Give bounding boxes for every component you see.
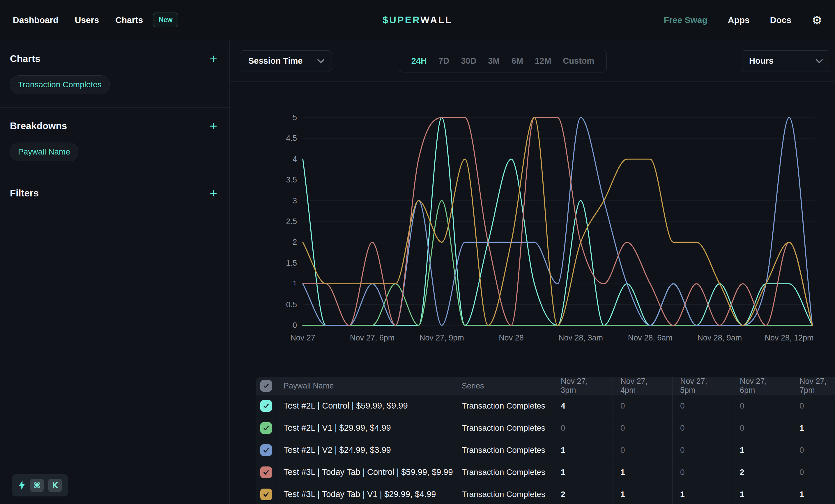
range-option-3m[interactable]: 3M bbox=[482, 56, 505, 66]
paywall-name: Test #2L | V2 | $24.99, $3.99 bbox=[284, 445, 391, 455]
nav-item-docs[interactable]: Docs bbox=[770, 15, 791, 25]
range-option-custom[interactable]: Custom bbox=[557, 56, 600, 66]
x-axis-tick: Nov 27, 9pm bbox=[420, 334, 464, 342]
range-option-6m[interactable]: 6M bbox=[506, 56, 529, 66]
sidebar-section-breakdowns: Breakdowns + Paywall Name bbox=[0, 108, 229, 175]
superwall-logo: $UPERWALL bbox=[383, 15, 452, 26]
cell-value: 0 bbox=[620, 401, 625, 411]
table-row: Test #3L | Today Tab | Control | $59.99,… bbox=[256, 461, 835, 483]
cell-value: 0 bbox=[680, 401, 685, 411]
cell-value: 1 bbox=[620, 468, 625, 477]
column-header: Nov 27, 3pm bbox=[561, 377, 605, 395]
cell-value: 1 bbox=[799, 423, 804, 433]
k-keycap: K bbox=[48, 479, 62, 492]
logo-accent: $UPER bbox=[383, 15, 421, 25]
cell-value: 1 bbox=[620, 490, 625, 499]
row-checkbox-4[interactable] bbox=[260, 488, 272, 500]
unit-select-value: Hours bbox=[749, 56, 774, 66]
x-axis-tick: Nov 27, 6pm bbox=[350, 334, 394, 342]
nav-left: Dashboard Users Charts New bbox=[13, 13, 178, 27]
range-option-12m[interactable]: 12M bbox=[529, 56, 557, 66]
charts-section-title: Charts bbox=[10, 53, 40, 64]
column-header: Nov 27, 5pm bbox=[680, 377, 725, 395]
nav-item-charts[interactable]: Charts bbox=[115, 15, 143, 25]
series-name: Transaction Completes bbox=[462, 468, 545, 477]
cell-value: 2 bbox=[561, 490, 565, 499]
filters-section-title: Filters bbox=[10, 188, 39, 199]
chip-paywall-name[interactable]: Paywall Name bbox=[10, 143, 78, 161]
column-header: Nov 27, 4pm bbox=[620, 377, 665, 395]
superwall-dashboard: Dashboard Users Charts New $UPERWALL Fre… bbox=[0, 0, 835, 504]
y-axis-tick: 2.5 bbox=[286, 217, 297, 226]
paywall-name: Test #2L | V1 | $29.99, $4.99 bbox=[284, 423, 391, 433]
table-header-row: Paywall NameSeriesNov 27, 3pmNov 27, 4pm… bbox=[256, 377, 835, 395]
y-axis-tick: 2 bbox=[292, 238, 297, 247]
paywall-name: Test #2L | Control | $59.99, $9.99 bbox=[284, 401, 408, 411]
column-header: Paywall Name bbox=[284, 381, 334, 391]
row-checkbox-2[interactable] bbox=[260, 444, 272, 456]
series-name: Transaction Completes bbox=[462, 423, 545, 433]
cmd-keycap: ⌘ bbox=[30, 479, 44, 492]
cell-value: 0 bbox=[740, 401, 745, 411]
y-axis-tick: 4.5 bbox=[286, 134, 297, 143]
paywall-name: Test #3L | Today Tab | V1 | $29.99, $4.9… bbox=[284, 489, 436, 499]
cell-value: 1 bbox=[561, 445, 565, 455]
breakdowns-section-title: Breakdowns bbox=[10, 121, 67, 131]
sidebar: Charts + Transaction Completes Breakdown… bbox=[0, 40, 230, 504]
cell-value: 0 bbox=[680, 423, 685, 433]
check-icon bbox=[263, 382, 270, 390]
series-name: Transaction Completes bbox=[462, 401, 545, 411]
cell-value: 2 bbox=[740, 468, 745, 477]
x-axis-tick: Nov 28, 12pm bbox=[765, 334, 813, 342]
nav-item-free-swag[interactable]: Free Swag bbox=[664, 15, 708, 25]
x-axis-tick: Nov 27 bbox=[290, 334, 315, 342]
chevron-down-icon bbox=[317, 59, 325, 63]
y-axis-tick: 1.5 bbox=[286, 259, 297, 268]
check-icon bbox=[263, 469, 270, 476]
nav-item-users[interactable]: Users bbox=[75, 15, 99, 25]
cell-value: 0 bbox=[620, 445, 625, 455]
check-icon bbox=[263, 491, 270, 498]
add-filter-button plus-icon[interactable]: + bbox=[207, 189, 220, 198]
check-icon bbox=[263, 402, 270, 410]
chart-toolbar: Session Time 24H7D30D3M6M12MCustom Hours bbox=[230, 40, 835, 82]
range-option-30d[interactable]: 30D bbox=[455, 56, 482, 66]
cell-value: 0 bbox=[799, 401, 804, 411]
metric-select[interactable]: Session Time bbox=[240, 50, 332, 72]
row-checkbox-0[interactable] bbox=[260, 400, 272, 412]
nav-item-dashboard[interactable]: Dashboard bbox=[13, 15, 59, 25]
logo-rest: WALL bbox=[421, 15, 452, 25]
cell-value: 1 bbox=[740, 445, 745, 455]
series-name: Transaction Completes bbox=[462, 445, 545, 455]
cell-value: 1 bbox=[680, 490, 685, 499]
new-badge: New bbox=[153, 13, 178, 27]
line-chart: 00.511.522.533.544.55Nov 27Nov 27, 6pmNo… bbox=[230, 82, 835, 377]
select-all-checkbox[interactable] bbox=[260, 380, 272, 392]
y-axis-tick: 5 bbox=[292, 113, 297, 122]
range-option-24h[interactable]: 24H bbox=[406, 56, 433, 66]
cell-value: 0 bbox=[680, 445, 685, 455]
chip-transaction-completes[interactable]: Transaction Completes bbox=[10, 76, 110, 94]
nav-item-apps[interactable]: Apps bbox=[728, 15, 750, 25]
table-row: Test #2L | V1 | $29.99, $4.99Transaction… bbox=[256, 417, 835, 439]
y-axis-tick: 0.5 bbox=[286, 300, 297, 309]
unit-select[interactable]: Hours bbox=[741, 50, 830, 72]
add-chart-button plus-icon[interactable]: + bbox=[207, 54, 220, 63]
cell-value: 1 bbox=[799, 490, 804, 499]
command-palette-shortcut[interactable]: ⌘ K bbox=[12, 474, 68, 497]
y-axis-tick: 4 bbox=[292, 155, 297, 164]
row-checkbox-1[interactable] bbox=[260, 422, 272, 434]
paywall-name: Test #3L | Today Tab | Control | $59.99,… bbox=[284, 467, 453, 477]
y-axis-tick: 1 bbox=[292, 279, 297, 288]
metric-select-value: Session Time bbox=[248, 56, 303, 66]
check-icon bbox=[263, 424, 270, 432]
column-header: Nov 27, 6pm bbox=[740, 377, 784, 395]
row-checkbox-3[interactable] bbox=[260, 466, 272, 478]
range-option-7d[interactable]: 7D bbox=[433, 56, 455, 66]
table-row: Test #2L | Control | $59.99, $9.99Transa… bbox=[256, 395, 835, 417]
gear-icon[interactable]: ⚙ bbox=[812, 14, 822, 26]
y-axis-tick: 3 bbox=[292, 196, 297, 205]
cell-value: 0 bbox=[561, 423, 565, 433]
cell-value: 1 bbox=[561, 468, 565, 477]
add-breakdown-button plus-icon[interactable]: + bbox=[207, 121, 220, 131]
